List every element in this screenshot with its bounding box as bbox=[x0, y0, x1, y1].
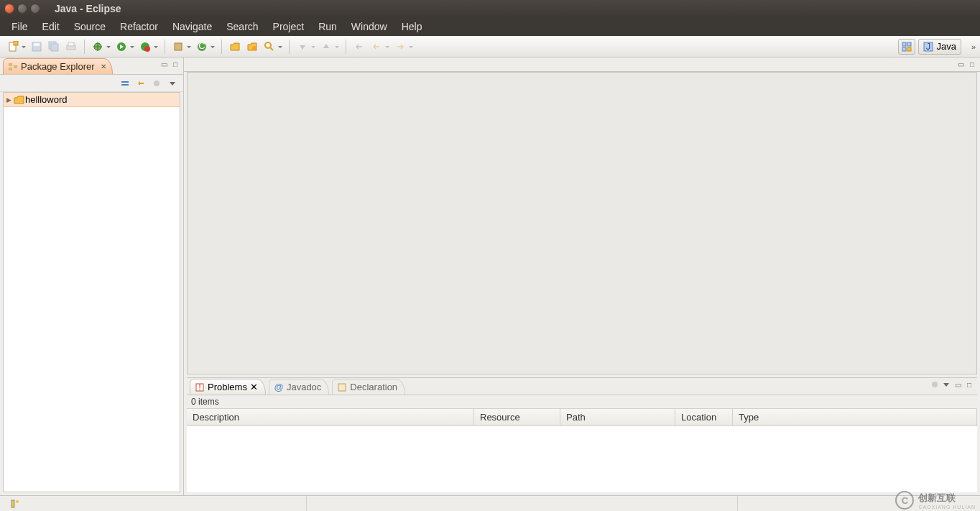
problems-table-body[interactable] bbox=[187, 426, 977, 492]
svg-line-20 bbox=[270, 47, 273, 50]
print-button[interactable] bbox=[63, 39, 79, 55]
focus-button[interactable] bbox=[930, 379, 940, 390]
svg-rect-33 bbox=[121, 84, 129, 86]
status-left bbox=[4, 496, 26, 511]
window-minimize-button[interactable] bbox=[17, 4, 27, 14]
prev-annotation-button[interactable] bbox=[318, 39, 334, 55]
project-folder-icon bbox=[14, 95, 25, 105]
window-titlebar: Java - Eclipse bbox=[0, 0, 980, 17]
column-path[interactable]: Path bbox=[560, 409, 675, 425]
menu-refactor[interactable]: Refactor bbox=[113, 18, 165, 35]
link-editor-button[interactable] bbox=[134, 77, 147, 90]
toolbar-separator bbox=[289, 40, 290, 54]
open-perspective-button[interactable] bbox=[898, 39, 915, 55]
java-perspective-icon: J bbox=[923, 42, 933, 52]
toolbar-separator bbox=[84, 40, 85, 54]
menu-window[interactable]: Window bbox=[344, 18, 394, 35]
open-task-button[interactable] bbox=[244, 39, 260, 55]
svg-point-43 bbox=[16, 500, 19, 503]
search-button[interactable] bbox=[262, 39, 277, 55]
watermark-subtext: CAOXIANG HULIAN bbox=[918, 505, 976, 510]
watermark-text: 创新互联 bbox=[918, 492, 976, 505]
javadoc-icon: @ bbox=[274, 382, 284, 392]
tab-javadoc[interactable]: @ Javadoc bbox=[269, 379, 329, 395]
svg-point-19 bbox=[265, 42, 271, 48]
editor-area[interactable] bbox=[187, 72, 977, 374]
svg-point-18 bbox=[252, 46, 256, 50]
package-explorer-tree[interactable]: ▶ hellloword bbox=[3, 92, 180, 492]
problems-table-header: Description Resource Path Location Type bbox=[187, 408, 977, 426]
next-annotation-button[interactable] bbox=[295, 39, 310, 55]
perspective-switcher: J Java » bbox=[898, 39, 976, 55]
menu-help[interactable]: Help bbox=[394, 18, 430, 35]
menu-navigate[interactable]: Navigate bbox=[165, 18, 219, 35]
view-menu-button[interactable] bbox=[166, 77, 179, 90]
new-package-button[interactable] bbox=[170, 39, 186, 55]
last-edit-button[interactable] bbox=[351, 39, 367, 55]
status-middle bbox=[306, 496, 737, 511]
svg-point-34 bbox=[154, 80, 160, 86]
package-explorer-tab[interactable]: Package Explorer ✕ bbox=[3, 58, 113, 74]
problems-count-label: 0 items bbox=[187, 395, 977, 408]
tab-problems[interactable]: ! Problems ✕ bbox=[190, 379, 266, 395]
svg-rect-32 bbox=[121, 81, 129, 83]
svg-rect-26 bbox=[907, 47, 911, 51]
forward-button[interactable] bbox=[392, 39, 408, 55]
svg-rect-3 bbox=[34, 43, 40, 46]
back-button[interactable] bbox=[369, 39, 384, 55]
new-button[interactable] bbox=[5, 39, 21, 55]
new-class-button[interactable]: C bbox=[194, 39, 210, 55]
run-last-button[interactable] bbox=[137, 39, 153, 55]
maximize-view-button[interactable]: □ bbox=[964, 379, 974, 390]
svg-rect-23 bbox=[902, 42, 906, 46]
window-title: Java - Eclipse bbox=[55, 3, 121, 14]
menu-file[interactable]: File bbox=[4, 18, 35, 35]
column-description[interactable]: Description bbox=[187, 409, 474, 425]
editor-tabbar: ▭ □ bbox=[184, 57, 980, 72]
main-toolbar: C J Java » bbox=[0, 36, 980, 57]
window-maximize-button[interactable] bbox=[30, 4, 40, 14]
menu-project[interactable]: Project bbox=[266, 18, 312, 35]
column-type[interactable]: Type bbox=[733, 409, 977, 425]
run-button[interactable] bbox=[114, 39, 129, 55]
menubar: File Edit Source Refactor Navigate Searc… bbox=[0, 17, 980, 36]
tab-declaration-label: Declaration bbox=[350, 382, 397, 392]
statusbar bbox=[0, 495, 980, 511]
save-button[interactable] bbox=[29, 39, 45, 55]
close-icon[interactable]: ✕ bbox=[101, 63, 106, 70]
svg-rect-42 bbox=[11, 500, 14, 507]
focus-task-button[interactable] bbox=[150, 77, 163, 90]
project-item[interactable]: ▶ hellloword bbox=[4, 93, 180, 107]
toolbar-overflow-icon[interactable]: » bbox=[971, 42, 976, 51]
perspective-java-button[interactable]: J Java bbox=[918, 39, 961, 55]
window-close-button[interactable] bbox=[4, 4, 14, 14]
svg-text:C: C bbox=[198, 41, 205, 51]
menu-source[interactable]: Source bbox=[67, 18, 113, 35]
svg-marker-21 bbox=[300, 45, 305, 50]
minimize-editor-button[interactable]: ▭ bbox=[956, 60, 966, 70]
expand-arrow-icon[interactable]: ▶ bbox=[6, 96, 14, 103]
svg-rect-39 bbox=[338, 384, 346, 391]
minimize-view-button[interactable]: ▭ bbox=[953, 379, 963, 390]
menu-edit[interactable]: Edit bbox=[35, 18, 67, 35]
svg-text:J: J bbox=[926, 42, 931, 52]
column-resource[interactable]: Resource bbox=[474, 409, 560, 425]
maximize-editor-button[interactable]: □ bbox=[967, 60, 977, 70]
svg-rect-24 bbox=[907, 42, 911, 46]
save-all-button[interactable] bbox=[46, 39, 62, 55]
package-explorer-view: Package Explorer ✕ ▭ □ ▶ bbox=[0, 57, 184, 495]
collapse-all-button[interactable] bbox=[119, 77, 131, 90]
svg-point-14 bbox=[144, 46, 150, 52]
open-type-button[interactable] bbox=[227, 39, 243, 55]
tab-declaration[interactable]: Declaration bbox=[332, 379, 405, 395]
close-icon[interactable]: ✕ bbox=[250, 382, 258, 392]
maximize-view-button[interactable]: □ bbox=[170, 59, 180, 69]
menu-search[interactable]: Search bbox=[219, 18, 265, 35]
toolbar-separator bbox=[165, 40, 165, 54]
menu-run[interactable]: Run bbox=[311, 18, 344, 35]
view-menu-button[interactable] bbox=[941, 379, 951, 390]
column-location[interactable]: Location bbox=[675, 409, 733, 425]
svg-text:!: ! bbox=[198, 382, 201, 392]
debug-button[interactable] bbox=[90, 39, 106, 55]
minimize-view-button[interactable]: ▭ bbox=[159, 59, 169, 69]
